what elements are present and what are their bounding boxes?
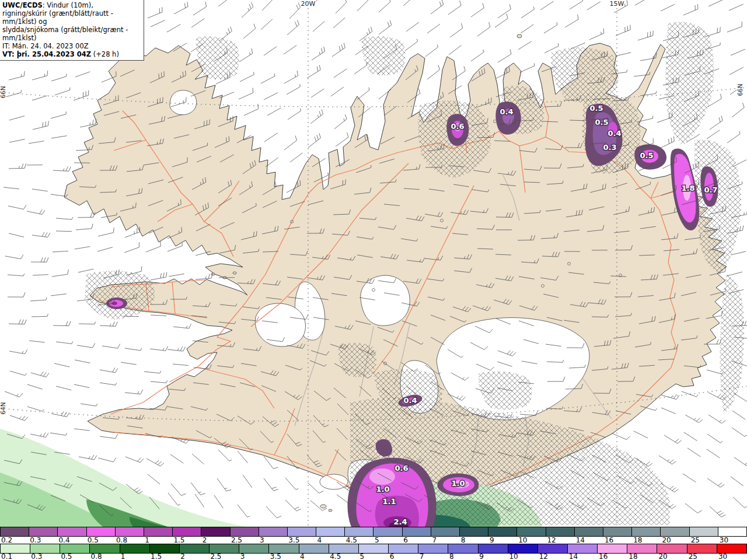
scale-tick-label: 2.5 (230, 537, 259, 544)
sleet-scale-labels: 0.20.30.40.50.811.522.533.544.5567891012… (0, 537, 747, 544)
scale-segment (1, 544, 30, 553)
scale-segment (479, 544, 508, 553)
scale-segment (431, 527, 460, 536)
scale-segment (180, 544, 210, 553)
precip-color-legend: 0.20.30.40.50.811.522.533.544.5567891012… (0, 527, 747, 560)
scale-segment (538, 544, 568, 553)
scale-tick-label: 8 (460, 537, 488, 544)
scale-segment (546, 527, 575, 536)
sleet-legend-line: slydda/snjókoma (grátt/bleikt/grænt - mm… (2, 26, 141, 42)
scale-tick-label: 6 (402, 537, 431, 544)
scale-segment (717, 544, 746, 553)
scale-tick-label: 10 (517, 537, 546, 544)
scale-tick-label: 30 (717, 554, 747, 560)
scale-tick-label: 3 (239, 554, 269, 560)
scale-segment (687, 544, 717, 553)
scale-segment (201, 527, 230, 536)
scale-segment (60, 544, 90, 553)
scale-segment (120, 544, 150, 553)
scale-tick-label: 0.4 (57, 537, 86, 544)
init-time-line: IT: Mán. 24. 04. 2023 00Z (2, 42, 141, 50)
scale-tick-label: 25 (690, 537, 718, 544)
weather-map-stage: 0.50.50.40.30.40.60.51.80.70.40.61.01.01… (0, 0, 747, 560)
scale-segment (460, 527, 488, 536)
scale-tick-label: 4 (316, 537, 345, 544)
scale-segment (718, 527, 746, 536)
product-line: UWC/ECDS: Vindur (10m), (2, 1, 141, 9)
scale-tick-label: 5 (374, 537, 402, 544)
scale-segment (418, 544, 448, 553)
scale-tick-label: 8 (448, 554, 478, 560)
precip-value-label: 1.1 (382, 497, 396, 506)
scale-segment (508, 544, 538, 553)
scale-segment (269, 544, 299, 553)
scale-tick-label: 0.3 (29, 537, 57, 544)
scale-segment (239, 544, 269, 553)
meridian-label: 15W (610, 0, 624, 8)
precip-value-label: 0.3 (603, 143, 616, 152)
scale-tick-label: 0.8 (115, 537, 144, 544)
scale-tick-label: 16 (603, 537, 632, 544)
scale-tick-label: 6 (389, 554, 418, 560)
precip-value-label: 0.6 (395, 464, 408, 473)
scale-tick-label: 3.5 (269, 554, 299, 560)
scale-tick-label: 3.5 (287, 537, 316, 544)
scale-tick-label: 1.5 (149, 554, 179, 560)
precip-value-label: 1.0 (376, 485, 389, 494)
scale-tick-label: 18 (627, 554, 657, 560)
scale-tick-label: 0.5 (86, 537, 115, 544)
scale-tick-label: 0.2 (0, 537, 29, 544)
scale-segment (568, 544, 598, 553)
scale-tick-label: 12 (546, 537, 574, 544)
scale-segment (316, 527, 345, 536)
precip-value-label: 1.8 (681, 184, 694, 192)
scale-segment (150, 544, 180, 553)
scale-segment (488, 527, 517, 536)
scale-tick-label: 20 (661, 537, 689, 544)
scale-tick-label: 25 (687, 554, 717, 560)
scale-tick-label: 14 (575, 537, 603, 544)
scale-tick-label: 1 (144, 537, 172, 544)
scale-segment (173, 527, 201, 536)
scale-tick-label: 16 (598, 554, 627, 560)
scale-segment (30, 544, 60, 553)
scale-segment (389, 544, 418, 553)
scale-segment (448, 544, 478, 553)
scale-tick-label: 7 (431, 537, 460, 544)
scale-segment (259, 527, 288, 536)
scale-tick-label: 2.5 (209, 554, 239, 560)
scale-tick-label: 20 (657, 554, 687, 560)
valid-time-line: VT: þri. 25.04.2023 04Z (+28 h) (2, 50, 141, 58)
scale-tick-label: 9 (478, 554, 508, 560)
scale-tick-label: 12 (538, 554, 568, 560)
scale-segment (288, 527, 316, 536)
scale-segment (1, 527, 29, 536)
scale-segment (603, 527, 632, 536)
scale-segment (144, 527, 173, 536)
scale-segment (632, 527, 661, 536)
scale-segment (657, 544, 687, 553)
sleet-colorbar (0, 527, 747, 537)
precip-value-label: 0.4 (500, 107, 513, 116)
scale-segment (690, 527, 718, 536)
scale-tick-label: 30 (718, 537, 747, 544)
scale-segment (517, 527, 546, 536)
scale-segment (575, 527, 603, 536)
scale-tick-label: 4.5 (345, 537, 374, 544)
scale-segment (90, 544, 120, 553)
scale-segment (329, 544, 359, 553)
scale-tick-label: 0.3 (30, 554, 60, 560)
precip-value-label: 0.4 (403, 396, 417, 405)
scale-segment (345, 527, 374, 536)
scale-tick-label: 7 (418, 554, 448, 560)
scale-segment (29, 527, 58, 536)
parallel-label: 64N (0, 402, 6, 414)
scale-tick-label: 0.5 (60, 554, 89, 560)
scale-tick-label: 10 (508, 554, 537, 560)
scale-tick-label: 2 (179, 554, 209, 560)
scale-segment (374, 527, 402, 536)
precip-value-label: 0.5 (640, 151, 653, 160)
precip-value-label: 0.5 (589, 104, 603, 113)
scale-tick-label: 4.5 (329, 554, 358, 560)
scale-segment (299, 544, 329, 553)
